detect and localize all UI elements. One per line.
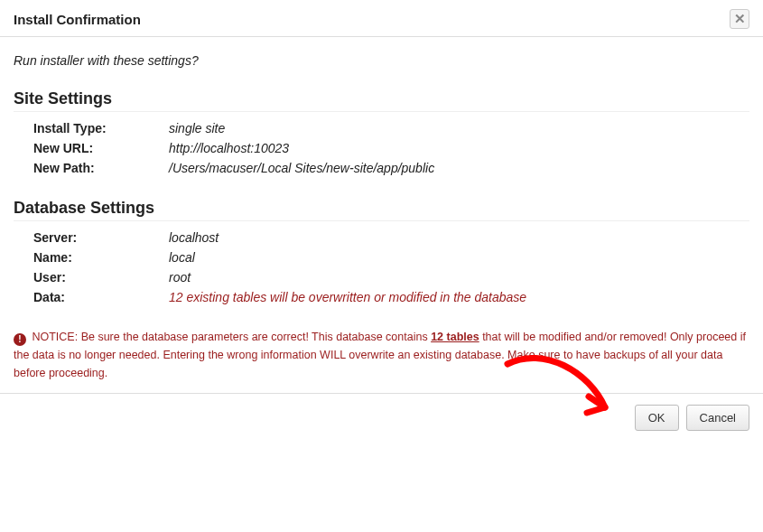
close-button[interactable]: ✕ <box>730 9 749 29</box>
notice-prefix: NOTICE: Be sure the database parameters … <box>32 331 431 343</box>
warning-icon: ! <box>14 333 26 346</box>
db-row-name: Name: local <box>33 250 749 265</box>
value: 12 existing tables will be overwritten o… <box>169 290 526 304</box>
dialog-body: Run installer with these settings? Site … <box>0 37 763 393</box>
cancel-button[interactable]: Cancel <box>686 405 749 431</box>
prompt-text: Run installer with these settings? <box>14 53 749 68</box>
notice-text: ! NOTICE: Be sure the database parameter… <box>14 328 749 382</box>
label: New URL: <box>33 141 169 155</box>
notice-tables-count: 12 tables <box>431 331 479 343</box>
site-settings-title: Site Settings <box>14 89 749 112</box>
database-settings-table: Server: localhost Name: local User: root… <box>33 230 749 304</box>
label: Install Type: <box>33 121 169 135</box>
db-row-server: Server: localhost <box>33 230 749 245</box>
site-row-new-path: New Path: /Users/macuser/Local Sites/new… <box>33 161 749 175</box>
label: Server: <box>33 230 169 245</box>
dialog-footer: OK Cancel <box>0 393 763 447</box>
label: User: <box>33 270 169 285</box>
dialog-title: Install Confirmation <box>14 12 141 27</box>
site-row-install-type: Install Type: single site <box>33 121 749 135</box>
site-settings-table: Install Type: single site New URL: http:… <box>33 121 749 175</box>
site-row-new-url: New URL: http://localhost:10023 <box>33 141 749 155</box>
ok-button[interactable]: OK <box>635 405 679 431</box>
install-confirmation-dialog: Install Confirmation ✕ Run installer wit… <box>0 0 763 447</box>
value: root <box>169 270 191 285</box>
dialog-header: Install Confirmation ✕ <box>0 0 763 37</box>
label: New Path: <box>33 161 169 175</box>
db-row-data: Data: 12 existing tables will be overwri… <box>33 290 749 304</box>
label: Data: <box>33 290 169 304</box>
db-row-user: User: root <box>33 270 749 285</box>
value: /Users/macuser/Local Sites/new-site/app/… <box>169 161 434 175</box>
value: localhost <box>169 230 219 245</box>
close-icon: ✕ <box>734 11 746 27</box>
value: http://localhost:10023 <box>169 141 289 155</box>
value: single site <box>169 121 225 135</box>
database-settings-title: Database Settings <box>14 199 749 221</box>
label: Name: <box>33 250 169 265</box>
value: local <box>169 250 195 265</box>
